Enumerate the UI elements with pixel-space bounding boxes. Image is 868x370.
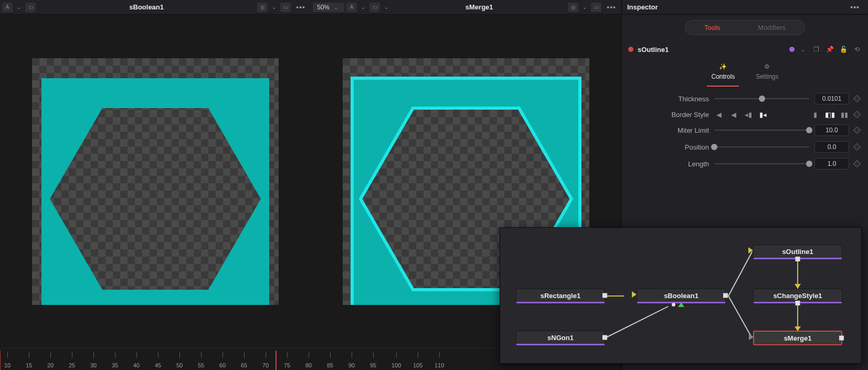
- viewer-right-toolbar: 50%⌄ A ⌄ ▭ ⌄ sMerge1 ◎ ⌄ ▭ •••: [311, 0, 621, 15]
- tab-modifiers[interactable]: Modifiers: [739, 20, 805, 35]
- chevron-down-icon[interactable]: ⌄: [15, 4, 23, 10]
- chevron-down-icon[interactable]: ⌄: [382, 4, 390, 10]
- ruler-tick: 35: [112, 362, 118, 368]
- position-slider[interactable]: [714, 146, 809, 147]
- inspector-node-name: sOutline1: [638, 46, 785, 54]
- border-style-opt-4[interactable]: ▮◂: [758, 110, 768, 119]
- inspector-more-icon[interactable]: •••: [847, 3, 863, 12]
- ruler-tick: 75: [284, 362, 290, 368]
- overlay-sphere-icon[interactable]: ◎: [568, 3, 578, 12]
- inspector-tab-switch: Tools Modifiers: [685, 20, 805, 35]
- ruler-tick: 65: [241, 362, 247, 368]
- viewer-left-canvas[interactable]: [0, 15, 311, 348]
- position-value[interactable]: 0.0: [814, 141, 849, 153]
- gear-icon: ⚙: [762, 62, 772, 71]
- node-sngon1[interactable]: sNGon1: [516, 331, 605, 345]
- ruler-tick: 15: [26, 362, 32, 368]
- boolean-shape-preview: [32, 58, 279, 305]
- channel-a-button[interactable]: A: [346, 3, 357, 12]
- ruler-tick: 10: [4, 362, 10, 368]
- viewer-left: A ⌄ ▭ sBoolean1 ◎ ⌄ ▭ •••: [0, 0, 311, 348]
- ruler-tick: 90: [348, 362, 355, 368]
- length-value[interactable]: 1.0: [814, 158, 849, 170]
- keyframe-diamond-icon[interactable]: [853, 126, 861, 134]
- ruler-tick: 80: [305, 362, 312, 368]
- subtab-controls[interactable]: ✨ Controls: [707, 60, 739, 87]
- viewer-left-title: sBoolean1: [38, 3, 255, 11]
- border-style-opt-2[interactable]: ◀: [729, 110, 738, 119]
- more-options-icon[interactable]: •••: [293, 3, 309, 12]
- border-end-opt-3[interactable]: ▮▮: [840, 110, 849, 119]
- lock-icon[interactable]: 🔓: [839, 45, 848, 54]
- inspector-title: Inspector: [627, 3, 658, 11]
- chevron-down-icon[interactable]: ⌄: [270, 4, 278, 10]
- reset-icon[interactable]: ⟲: [852, 45, 862, 54]
- view-box-icon[interactable]: ▭: [591, 3, 601, 12]
- more-options-icon[interactable]: •••: [604, 3, 619, 12]
- viewer-right-title: sMerge1: [393, 3, 566, 11]
- tab-tools[interactable]: Tools: [685, 20, 739, 35]
- ruler-tick: 85: [327, 362, 333, 368]
- chevron-down-icon[interactable]: ⌄: [359, 4, 367, 10]
- param-length: Length 1.0: [630, 158, 860, 170]
- pin-icon[interactable]: 📌: [825, 45, 834, 54]
- viewer-left-toolbar: A ⌄ ▭ sBoolean1 ◎ ⌄ ▭ •••: [0, 0, 311, 15]
- subtab-settings[interactable]: ⚙ Settings: [751, 60, 782, 87]
- ruler-tick: 100: [391, 362, 401, 368]
- svg-line-2: [728, 252, 752, 296]
- thickness-value[interactable]: 0.0101: [814, 93, 849, 104]
- ruler-tick: 105: [413, 362, 422, 368]
- keyframe-diamond-icon[interactable]: [853, 111, 861, 118]
- node-srectangle1[interactable]: sRectangle1: [516, 289, 605, 303]
- param-miter-limit: Miter Limit 10.0: [630, 124, 860, 136]
- channel-a-button[interactable]: A: [2, 3, 13, 12]
- wand-icon: ✨: [718, 62, 728, 71]
- keyframe-diamond-icon[interactable]: [853, 143, 861, 151]
- node-active-indicator-icon[interactable]: [628, 47, 633, 52]
- node-color-indicator-icon[interactable]: [789, 47, 795, 52]
- ruler-tick: 40: [133, 362, 140, 368]
- display-mode-button[interactable]: ▭: [369, 3, 380, 12]
- view-box-icon[interactable]: ▭: [280, 3, 291, 12]
- length-slider[interactable]: [714, 163, 809, 164]
- zoom-level[interactable]: 50%⌄: [313, 3, 344, 12]
- param-thickness: Thickness 0.0101: [630, 93, 860, 104]
- ruler-tick: 20: [47, 362, 54, 368]
- ruler-tick: 45: [155, 362, 161, 368]
- display-mode-button[interactable]: ▭: [25, 3, 36, 12]
- miter-limit-slider[interactable]: [714, 130, 809, 131]
- border-style-opt-1[interactable]: ◀: [714, 110, 724, 119]
- node-sboolean1[interactable]: sBoolean1: [637, 289, 726, 303]
- svg-line-3: [728, 296, 752, 338]
- ruler-tick: 95: [370, 362, 376, 368]
- miter-limit-value[interactable]: 10.0: [814, 124, 849, 136]
- border-end-opt-1[interactable]: ▮: [810, 110, 820, 119]
- node-smerge1[interactable]: sMerge1: [753, 331, 842, 345]
- ruler-tick: 25: [69, 362, 75, 368]
- keyframe-diamond-icon[interactable]: [853, 160, 861, 167]
- border-end-opt-2[interactable]: ◧▮: [825, 110, 834, 119]
- chevron-down-icon[interactable]: ⌄: [799, 47, 807, 52]
- windows-icon[interactable]: ❐: [811, 45, 821, 54]
- overlay-sphere-icon[interactable]: ◎: [257, 3, 268, 12]
- keyframe-diamond-icon[interactable]: [853, 95, 861, 102]
- ruler-tick: 60: [219, 362, 226, 368]
- param-position: Position 0.0: [630, 141, 860, 153]
- playhead[interactable]: [276, 351, 277, 370]
- ruler-tick: 110: [435, 362, 444, 368]
- ruler-tick: 30: [90, 362, 97, 368]
- ruler-tick: 70: [262, 362, 269, 368]
- border-style-opt-3[interactable]: ◂▮: [744, 110, 753, 119]
- node-graph-panel[interactable]: sRectangle1 sNGon1 sBoolean1 sOutline1 s…: [500, 227, 862, 364]
- ruler-tick: 50: [176, 362, 183, 368]
- ruler-tick: 55: [198, 362, 204, 368]
- thickness-slider[interactable]: [714, 98, 809, 99]
- node-soutline1[interactable]: sOutline1: [753, 245, 842, 259]
- svg-line-1: [605, 306, 668, 338]
- node-schangestyle1[interactable]: sChangeStyle1: [753, 289, 842, 303]
- param-border-style: Border Style ◀ ◀ ◂▮ ▮◂ ▮ ◧▮ ▮▮: [630, 110, 860, 119]
- chevron-down-icon[interactable]: ⌄: [580, 4, 589, 10]
